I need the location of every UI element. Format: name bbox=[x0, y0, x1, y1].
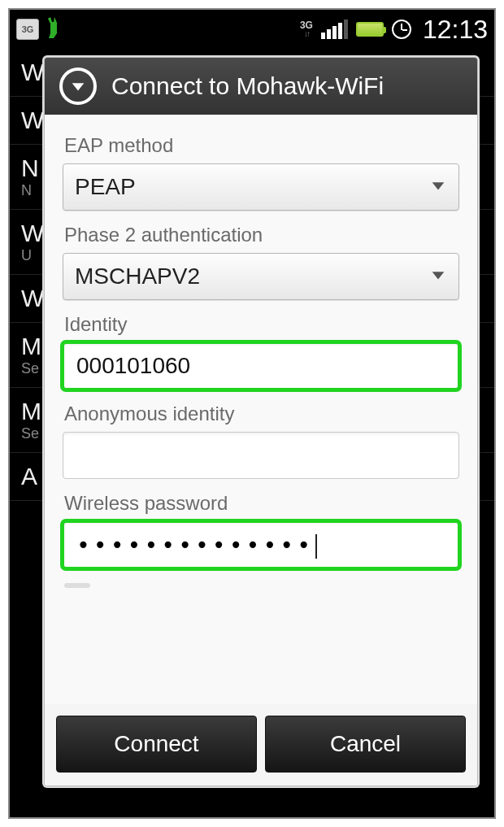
anonymous-identity-input[interactable] bbox=[63, 432, 459, 479]
signal-strength-icon bbox=[321, 20, 348, 39]
dialog-body[interactable]: EAP method PEAP Phase 2 authentication M… bbox=[45, 115, 477, 704]
eap-method-dropdown[interactable]: PEAP bbox=[63, 163, 459, 211]
password-mask: •••••••••••••• bbox=[76, 532, 317, 559]
wireless-password-label: Wireless password bbox=[64, 492, 459, 515]
connect-button[interactable]: Connect bbox=[56, 716, 257, 773]
dialog-header[interactable]: Connect to Mohawk-WiFi bbox=[45, 58, 477, 115]
llama-app-icon bbox=[46, 15, 67, 44]
device-frame: 3G 3G ↓↑ 12:13 Wi W NN WU Wi MSe MSe A bbox=[8, 8, 496, 819]
dialog-button-row: Connect Cancel bbox=[45, 704, 477, 786]
chevron-down-icon bbox=[429, 176, 447, 198]
identity-input[interactable] bbox=[63, 342, 459, 390]
collapse-icon[interactable] bbox=[59, 67, 97, 105]
cancel-button[interactable]: Cancel bbox=[265, 716, 466, 773]
status-clock: 12:13 bbox=[423, 15, 488, 45]
status-bar: 3G 3G ↓↑ 12:13 bbox=[10, 10, 494, 49]
notification-3g-icon: 3G bbox=[16, 19, 39, 40]
anonymous-identity-label: Anonymous identity bbox=[64, 403, 459, 425]
phase2-value: MSCHAPV2 bbox=[75, 263, 200, 289]
phase2-label: Phase 2 authentication bbox=[64, 224, 459, 246]
phase2-dropdown[interactable]: MSCHAPV2 bbox=[63, 253, 459, 300]
eap-method-value: PEAP bbox=[75, 174, 136, 200]
identity-label: Identity bbox=[64, 313, 459, 336]
wifi-connect-dialog: Connect to Mohawk-WiFi EAP method PEAP P… bbox=[44, 57, 478, 786]
wireless-password-input[interactable]: •••••••••••••• bbox=[63, 521, 459, 568]
eap-method-label: EAP method bbox=[64, 134, 459, 157]
dialog-title: Connect to Mohawk-WiFi bbox=[111, 72, 384, 100]
chevron-down-icon bbox=[429, 266, 447, 287]
battery-icon bbox=[356, 22, 384, 37]
data-3g-icon: 3G ↓↑ bbox=[300, 20, 313, 38]
scroll-indicator bbox=[64, 583, 90, 588]
alarm-icon bbox=[392, 20, 411, 39]
